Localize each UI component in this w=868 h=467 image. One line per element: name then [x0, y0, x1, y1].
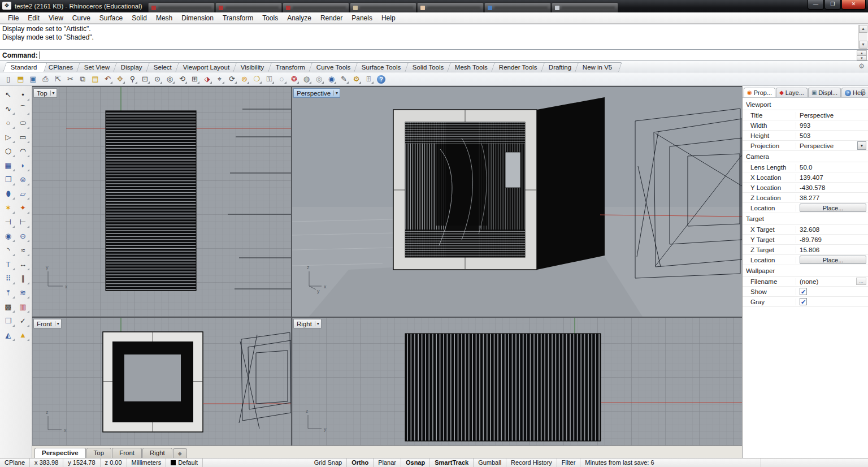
viewport-height-value[interactable]: 503: [796, 132, 868, 139]
zoom-window-button[interactable]: ⊡: [139, 73, 151, 85]
paste-button[interactable]: ▤: [89, 73, 101, 85]
viewport-perspective[interactable]: z y x Perspective ▾: [292, 87, 742, 317]
new-file-button[interactable]: ▯: [2, 73, 14, 85]
blend-tool[interactable]: ≈: [16, 243, 30, 257]
point-tool[interactable]: •: [16, 88, 30, 101]
rotate-view-button[interactable]: ⟲: [176, 73, 188, 85]
loft-tool[interactable]: ≋: [16, 286, 30, 299]
zoom-dynamic-button[interactable]: ⊙: [151, 73, 163, 85]
close-button[interactable]: ✕: [841, 0, 866, 10]
zoom-selected-button[interactable]: ◎: [164, 73, 176, 85]
wallpaper-filename-value[interactable]: (none) ...: [796, 278, 868, 285]
wallpaper-gray-checkbox[interactable]: ✔: [800, 298, 807, 305]
toolbar-tab-standard[interactable]: Standard: [3, 62, 47, 72]
save-button[interactable]: ▣: [27, 73, 39, 85]
wallpaper-browse-button[interactable]: ...: [856, 278, 866, 285]
toolbar-tab-new-in-v5[interactable]: New in V5: [575, 62, 622, 72]
viewport-layout-button[interactable]: ⊞: [189, 73, 201, 85]
tab-layers[interactable]: ◆ Laye...: [776, 88, 808, 97]
popup-toolbar-button[interactable]: ⍐: [363, 73, 375, 85]
viewport-front[interactable]: z x Front ▾: [32, 318, 291, 446]
named-view-button[interactable]: ⬗: [201, 73, 213, 85]
target-x-value[interactable]: 32.608: [796, 226, 868, 233]
viewport-right-title[interactable]: Right ▾: [293, 319, 322, 328]
viewport-tab-front[interactable]: Front: [112, 448, 142, 458]
menu-tools[interactable]: Tools: [258, 13, 283, 23]
check-selection-tool[interactable]: ✓: [16, 314, 30, 327]
menu-curve[interactable]: Curve: [68, 13, 95, 23]
viewport-right[interactable]: z y Right ▾: [292, 318, 742, 446]
menu-edit[interactable]: Edit: [23, 13, 44, 23]
menu-file[interactable]: File: [3, 13, 23, 23]
interpolate-curve-tool[interactable]: ⌒: [16, 102, 30, 115]
menu-dimension[interactable]: Dimension: [177, 13, 218, 23]
text-tool[interactable]: T: [1, 257, 15, 271]
surface-from-points-tool[interactable]: ▦: [1, 158, 15, 172]
menu-view[interactable]: View: [44, 13, 68, 23]
target-z-value[interactable]: 15.806: [796, 247, 868, 253]
polyline-tool[interactable]: ▷: [1, 130, 15, 144]
toolbar-tab-mesh-tools[interactable]: Mesh Tools: [447, 62, 497, 72]
tab-properties[interactable]: ◉ Prop...: [744, 88, 775, 97]
cone-tool[interactable]: ▲: [16, 328, 30, 341]
background-tab[interactable]: [552, 2, 618, 12]
artistic-display-button[interactable]: ✎: [338, 73, 350, 85]
viewport-perspective-title[interactable]: Perspective ▾: [293, 88, 340, 98]
settings-button[interactable]: ⚙: [350, 73, 362, 85]
object-snap-button[interactable]: ⊚: [238, 73, 250, 85]
scroll-down-icon[interactable]: ▼: [859, 41, 867, 49]
display-wireframe-button[interactable]: ◌: [276, 73, 288, 85]
offset-tool[interactable]: ∥: [16, 271, 30, 285]
zoom-button[interactable]: ⚲: [127, 73, 138, 85]
background-tab[interactable]: [350, 2, 416, 12]
target-place-button[interactable]: Place...: [800, 256, 866, 264]
viewport-tab-top[interactable]: Top: [86, 448, 112, 458]
array-tool[interactable]: ⠿: [1, 271, 15, 285]
planar-toggle[interactable]: Planar: [374, 459, 401, 467]
tabbar-gear-icon[interactable]: ⚙: [858, 62, 865, 70]
undo-button[interactable]: ↶: [102, 73, 114, 85]
display-xray-button[interactable]: ◉: [326, 73, 337, 85]
cut-button[interactable]: ✂: [64, 73, 76, 85]
menu-panels[interactable]: Panels: [347, 13, 377, 23]
clipping-plane-tool[interactable]: ▥: [16, 300, 30, 313]
camera-z-value[interactable]: 38.277: [796, 194, 868, 201]
menu-surface[interactable]: Surface: [95, 13, 127, 23]
grid-snap-toggle[interactable]: Grid Snap: [310, 459, 348, 467]
boolean-union-tool[interactable]: ◉: [1, 229, 15, 243]
scroll-up-icon[interactable]: ▲: [857, 50, 867, 55]
surface-revolve-tool[interactable]: ◗: [16, 158, 30, 172]
background-tab[interactable]: [417, 2, 484, 12]
control-point-curve-tool[interactable]: ∿: [1, 102, 15, 115]
open-file-button[interactable]: ⬒: [15, 73, 27, 85]
menu-analyze[interactable]: Analyze: [283, 13, 316, 23]
pan-button[interactable]: ✥: [114, 73, 126, 85]
print-button[interactable]: ⎙: [40, 73, 51, 85]
viewport-width-value[interactable]: 993: [796, 122, 868, 129]
wallpaper-show-checkbox[interactable]: ✔: [800, 288, 807, 295]
import-button[interactable]: ⇱: [52, 73, 64, 85]
menu-transform[interactable]: Transform: [218, 13, 258, 23]
viewport-tab-right[interactable]: Right: [142, 448, 172, 458]
ortho-toggle[interactable]: Ortho: [347, 459, 374, 467]
extract-surface-tool[interactable]: ✦: [16, 201, 30, 214]
target-y-value[interactable]: -89.769: [796, 236, 868, 243]
sphere-tool[interactable]: ⊚: [16, 172, 30, 186]
trim-tool[interactable]: ⊣: [1, 215, 15, 228]
units-label[interactable]: Millimeters: [127, 459, 167, 467]
boolean-difference-tool[interactable]: ⊖: [16, 229, 30, 243]
background-tab[interactable]: [148, 2, 215, 12]
projection-dropdown-button[interactable]: ▼: [857, 141, 866, 150]
smarttrack-toggle[interactable]: SmartTrack: [430, 459, 474, 467]
menu-render[interactable]: Render: [316, 13, 347, 23]
ellipse-tool[interactable]: ⬭: [16, 116, 30, 129]
polygon-tool[interactable]: ⬡: [1, 144, 15, 158]
viewport-tab-perspective[interactable]: Perspective: [34, 448, 86, 458]
menu-solid[interactable]: Solid: [127, 13, 151, 23]
surface-box-tool[interactable]: ❒: [1, 314, 15, 327]
lock-button[interactable]: ⚿: [263, 73, 275, 85]
command-line-spinner[interactable]: ▲ ▼: [857, 50, 867, 60]
menu-mesh[interactable]: Mesh: [151, 13, 177, 23]
scroll-up-icon[interactable]: ▲: [859, 25, 867, 33]
rotate-button[interactable]: ⟳: [226, 73, 238, 85]
